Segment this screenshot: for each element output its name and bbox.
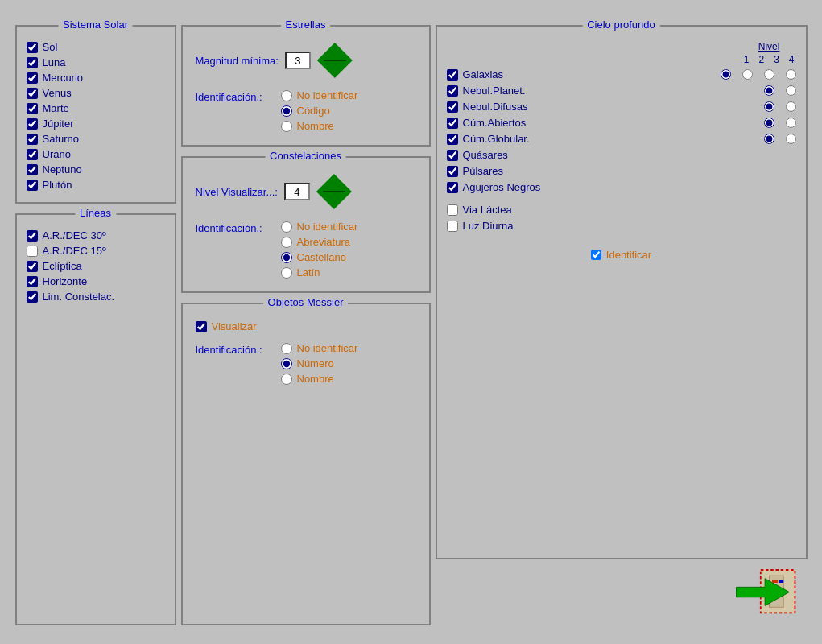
solar-item: Venus — [27, 87, 165, 99]
solar-label-6: Saturno — [43, 133, 80, 145]
solar-item: Luna — [27, 56, 165, 68]
cielo-item: Nebul.Difusas — [447, 101, 796, 113]
solar-checkbox-9[interactable] — [27, 180, 38, 191]
cielo-item: Cúm.Abiertos — [447, 117, 796, 129]
magnitud-input[interactable]: 3 — [285, 52, 311, 69]
linea-item: Eclíptica — [27, 260, 165, 272]
cielo-item: Nebul.Planet. — [447, 85, 796, 97]
magnitud-label: Magnitud mínima: — [196, 55, 279, 67]
solar-checkbox-7[interactable] — [27, 149, 38, 160]
cielo-nivel-radio-4-1[interactable] — [786, 134, 796, 144]
cons-radio-row: No identificar — [281, 221, 358, 233]
sistema-solar-panel: Sistema Solar SolLunaMercurioVenusMarteJ… — [15, 25, 176, 204]
cielo-nivel-radio-0-1[interactable] — [742, 69, 753, 80]
cielo-nivel-radio-2-1[interactable] — [786, 101, 796, 112]
estrellas-radio-0[interactable] — [281, 90, 292, 101]
nivel-spinner[interactable] — [316, 174, 352, 209]
cielo-nivel-radio-1-0[interactable] — [764, 85, 774, 96]
cielo-nivel-radio-2-0[interactable] — [764, 101, 774, 112]
linea-label-2: Eclíptica — [43, 260, 82, 272]
messier-visualizar-checkbox[interactable] — [196, 321, 207, 332]
cons-radio-3[interactable] — [281, 267, 292, 279]
constelaciones-id-label: Identificación.: — [196, 221, 268, 234]
linea-checkbox-2[interactable] — [27, 261, 38, 272]
nivel-input[interactable]: 4 — [284, 183, 310, 200]
cons-radio-2[interactable] — [281, 252, 292, 263]
messier-radio-2[interactable] — [281, 374, 292, 385]
cielo-label-1: Nebul.Planet. — [463, 85, 761, 97]
solar-item: Neptuno — [27, 163, 165, 175]
linea-checkbox-3[interactable] — [27, 276, 38, 287]
solar-label-8: Neptuno — [43, 163, 82, 175]
identificar-checkbox[interactable] — [591, 250, 601, 260]
cielo-label-3: Cúm.Abiertos — [463, 117, 761, 129]
solar-checkbox-0[interactable] — [27, 42, 38, 53]
solar-checkbox-6[interactable] — [27, 134, 38, 145]
solar-label-7: Urano — [43, 148, 71, 160]
estrellas-radio-label-0: No identificar — [297, 89, 358, 101]
svg-rect-4 — [779, 580, 783, 583]
cielo-item: Galaxias — [447, 68, 796, 80]
solar-checkbox-2[interactable] — [27, 72, 38, 84]
cielo-nivel-radio-0-0[interactable] — [721, 69, 731, 80]
solar-checkbox-5[interactable] — [27, 118, 38, 130]
linea-label-3: Horizonte — [43, 275, 88, 287]
cielo-extra-checkbox-0[interactable] — [447, 204, 458, 216]
cielo-nivel-radio-4-0[interactable] — [764, 134, 774, 144]
estrellas-radio-2[interactable] — [281, 121, 292, 132]
estrellas-radio-1[interactable] — [281, 105, 292, 117]
messier-radio-1[interactable] — [281, 358, 292, 369]
cielo-nivel-group-2 — [764, 101, 796, 112]
cielo-profundo-panel: Cielo profundo Nivel 1 2 3 4 GalaxiasNeb… — [436, 25, 808, 559]
solar-label-3: Venus — [43, 87, 72, 99]
nivel-4: 4 — [789, 54, 795, 65]
cielo-checkbox-0[interactable] — [447, 69, 458, 80]
cons-radio-1[interactable] — [281, 237, 292, 248]
cielo-checkbox-1[interactable] — [447, 85, 458, 97]
solar-label-5: Júpiter — [43, 118, 74, 130]
cielo-extra-label-1: Luz Diurna — [463, 220, 796, 232]
enter-icon[interactable] — [733, 564, 798, 621]
messier-title: Objetos Messier — [263, 296, 349, 308]
magnitud-spinner[interactable] — [317, 43, 353, 78]
estrellas-radio-row: No identificar — [281, 89, 358, 101]
messier-radio-0[interactable] — [281, 343, 292, 354]
linea-checkbox-1[interactable] — [27, 246, 38, 257]
solar-checkbox-1[interactable] — [27, 57, 38, 68]
cielo-nivel-radio-3-0[interactable] — [764, 118, 774, 128]
sistema-solar-title: Sistema Solar — [58, 19, 133, 31]
cielo-item: Quásares — [447, 149, 796, 161]
cielo-nivel-radio-3-1[interactable] — [786, 118, 796, 128]
solar-label-0: Sol — [43, 41, 58, 53]
linea-label-1: A.R./DEC 15º — [43, 245, 106, 257]
solar-label-1: Luna — [43, 56, 66, 68]
cielo-nivel-radio-1-1[interactable] — [786, 85, 796, 96]
linea-checkbox-0[interactable] — [27, 230, 38, 242]
cons-radio-label-0: No identificar — [297, 221, 358, 233]
cielo-nivel-radio-0-2[interactable] — [764, 69, 774, 80]
solar-checkbox-4[interactable] — [27, 103, 38, 114]
nivel-3: 3 — [774, 54, 779, 65]
cielo-nivel-radio-0-3[interactable] — [786, 69, 796, 80]
cielo-extra-checkbox-1[interactable] — [447, 221, 458, 232]
solar-label-2: Mercurio — [43, 72, 84, 84]
linea-label-0: A.R./DEC 30º — [43, 229, 106, 242]
cielo-checkbox-4[interactable] — [447, 134, 458, 145]
cielo-label-7: Agujeros Negros — [463, 181, 796, 193]
cielo-checkbox-5[interactable] — [447, 150, 458, 161]
cielo-checkbox-6[interactable] — [447, 166, 458, 177]
cielo-nivel-group-1 — [764, 85, 796, 96]
cons-radio-0[interactable] — [281, 221, 292, 233]
constelaciones-panel: Constelaciones Nivel Visualizar...: 4 Id… — [181, 156, 431, 293]
cielo-item: Cúm.Globular. — [447, 133, 796, 145]
cielo-extra-item: Via Láctea — [447, 204, 796, 216]
solar-checkbox-8[interactable] — [27, 164, 38, 175]
messier-visualizar-label: Visualizar — [212, 320, 257, 332]
solar-label-9: Plutón — [43, 179, 72, 191]
cielo-checkbox-7[interactable] — [447, 182, 458, 193]
cielo-checkbox-2[interactable] — [447, 101, 458, 113]
solar-checkbox-3[interactable] — [27, 88, 38, 99]
linea-checkbox-4[interactable] — [27, 291, 38, 303]
cielo-checkbox-3[interactable] — [447, 118, 458, 129]
cielo-extra-label-0: Via Láctea — [463, 204, 796, 216]
